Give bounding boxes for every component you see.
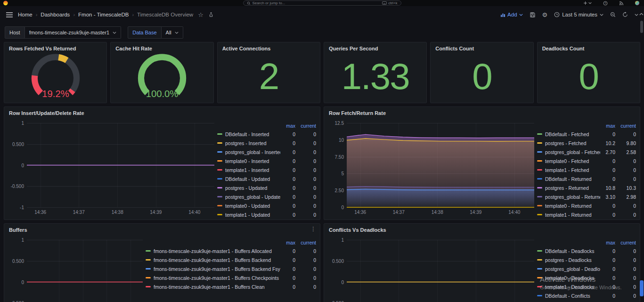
series-name[interactable]: postgres - Returned [545,185,600,191]
plot-area[interactable] [347,240,534,302]
series-marker [537,187,542,188]
legend-item: template1 - Deadlocks00 [537,282,636,291]
series-name[interactable]: DBdefault - Updated [225,176,280,182]
stat-body: 0 [538,50,640,103]
x-tick-label: 14:38 [112,210,123,215]
plot-area[interactable] [27,123,214,207]
series-current: 0 [615,293,636,299]
stat-value: 0 [472,58,491,95]
scrollbar-thumb[interactable] [640,21,643,33]
series-name[interactable]: template0 - Deadlocks [545,275,600,281]
zoom-out-button[interactable] [610,12,616,17]
panel-menu-button[interactable]: ⋮ [310,226,316,232]
legend-header-max[interactable]: max [600,240,615,245]
y-tick-label: -0.500 [11,184,24,189]
time-range-picker[interactable]: Last 5 minutes [554,12,603,17]
user-avatar[interactable] [635,1,639,5]
series-name[interactable]: DBdefault - Returned [545,176,600,182]
scroll-indicator[interactable] [640,280,644,296]
legend-header: maxcurrent [146,239,316,246]
series-current: 0 [295,167,316,173]
legend-header-current[interactable]: current [615,123,636,129]
host-label: Host [5,26,25,39]
new-menu-button[interactable] [583,1,592,5]
legend-header-max[interactable]: max [280,240,295,245]
favorite-star-button[interactable]: ☆ [198,12,204,18]
stat-body: 19.2% [4,50,106,103]
series-name[interactable]: postgres_global - Returned [545,194,600,200]
panel-row-fetch-return-rate: Row Fetch/Return Rate12.5107.5052.50014:… [324,106,640,220]
series-name[interactable]: postgres_global - Updated [225,194,280,200]
legend-header-max[interactable]: max [600,123,615,129]
svg-text:19.2%: 19.2% [42,89,69,99]
series-name[interactable]: DBdefault - Inserted [225,131,280,137]
x-tick-label: 14:40 [188,210,200,215]
series-name[interactable]: postgres - Deadlocks [545,257,600,263]
legend-header: maxcurrent [217,122,316,130]
menu-toggle-button[interactable] [6,12,13,18]
series-name[interactable]: template0 - Inserted [225,158,280,164]
search-placeholder: Search or jump to... [253,1,285,5]
y-tick-label: 0 [341,205,344,210]
rss-icon [619,1,624,6]
legend-item: DBdefault - Deadlocks00 [537,246,636,255]
series-max: 0 [600,167,615,173]
database-select[interactable]: All [162,26,183,39]
series-name[interactable]: template1 - Deadlocks [545,284,600,290]
series-name[interactable]: fmons-timescale-zsuk9uje-master1 - Buffe… [154,266,280,272]
host-select[interactable]: fmons-timescale-zsuk9uje-master1 [25,26,122,39]
series-name[interactable]: template0 - Returned [545,203,600,209]
series-current: 0 [615,266,636,272]
chevron-down-icon [600,14,603,16]
series-name[interactable]: postgres - Fetched [545,140,600,146]
series-max: 0 [600,131,615,137]
series-name[interactable]: template0 - Fetched [545,158,600,164]
search-input[interactable]: Search or jump to... ctrl+k [243,0,401,6]
series-name[interactable]: template1 - Returned [545,212,600,218]
series-name[interactable]: template1 - Inserted [225,167,280,173]
series-name[interactable]: template1 - Fetched [545,167,600,173]
legend-header-max[interactable]: max [280,123,295,129]
legend-header-current[interactable]: current [295,123,316,129]
series-name[interactable]: fmons-timescale-zsuk9uje-master1 - Buffe… [154,284,280,290]
series-name[interactable]: postgres_global - Inserted [225,149,280,155]
breadcrumb-home[interactable]: Home [18,12,33,17]
nav-bar: Home › Dashboards › Fmon - TimescaleDB ›… [0,6,644,23]
series-name[interactable]: DBdefault - Deadlocks [545,248,600,254]
h-gridline [27,207,214,208]
breadcrumb-dashboards[interactable]: Dashboards [41,12,70,17]
news-button[interactable] [619,1,624,6]
series-name[interactable]: DBdefault - Conflicts [545,293,600,299]
database-label: Data Base [128,26,161,39]
series-name[interactable]: fmons-timescale-zsuk9uje-master1 - Buffe… [154,257,280,263]
legend-header-current[interactable]: current [615,240,636,245]
series-name[interactable]: postgres_global - Deadlocks [545,266,600,272]
series-name[interactable]: postgres - Updated [225,185,280,191]
series-name[interactable]: DBdefault - Fetched [545,131,600,137]
refresh-button[interactable] [622,12,628,17]
series-name[interactable]: fmons-timescale-zsuk9uje-master1 - Buffe… [154,248,280,254]
series-name[interactable]: template1 - Updated [225,212,280,218]
series-name[interactable]: fmons-timescale-zsuk9uje-master1 - Buffe… [154,275,280,281]
plot-area[interactable] [27,240,143,302]
chevron-up-icon[interactable] [639,13,644,16]
series-current: 0 [295,275,316,281]
save-dashboard-button[interactable] [530,12,536,18]
series-max: 0 [280,194,295,200]
refresh-interval-button[interactable] [635,14,638,16]
share-button[interactable] [208,12,214,17]
series-name[interactable]: postgres - Inserted [225,140,280,146]
plot-area[interactable] [347,123,534,207]
legend-item: postgres_global - Fetched2.702.58 [537,147,636,156]
legend-header-current[interactable]: current [295,240,316,245]
series-name[interactable]: postgres_global - Fetched [545,149,600,155]
stat-body: 1.33 [324,50,426,103]
series-name[interactable]: template0 - Updated [225,203,280,209]
series-current: 0 [615,284,636,290]
help-button[interactable]: ? [603,1,608,6]
grafana-logo-icon[interactable] [3,0,8,6]
add-button[interactable]: Add [500,12,522,17]
dashboard-settings-button[interactable]: ⚙ [542,12,548,18]
plot-canvas [27,123,214,207]
breadcrumb-folder[interactable]: Fmon - TimescaleDB [78,12,129,17]
